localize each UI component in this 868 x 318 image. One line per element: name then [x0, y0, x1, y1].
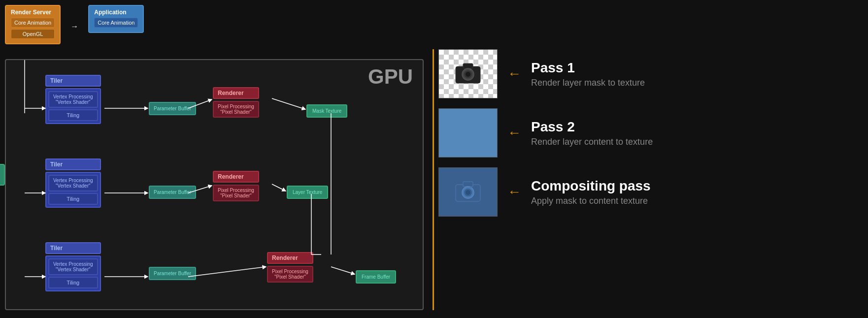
- tiler-2: Tiler Vertex Processing"Vertex Shader" T…: [45, 159, 101, 208]
- renderer-2: Renderer Pixel Processing"Pixel Shader": [213, 171, 259, 201]
- application-core-animation: Core Animation: [94, 18, 138, 28]
- svg-line-9: [188, 267, 266, 277]
- tiler2-tiling: Tiling: [48, 193, 98, 205]
- pass2-row: ← Pass 2 Render layer content to texture: [438, 108, 867, 158]
- renderer1-label: Renderer: [213, 87, 259, 99]
- cmd-buffer-label: Command Buffer: [0, 164, 5, 186]
- render-server-box: Render Server Core Animation OpenGL: [5, 5, 61, 44]
- render-server-core-animation: Core Animation: [11, 18, 55, 28]
- svg-rect-17: [463, 64, 473, 68]
- compositing-row: ← Compositing pass Apply mask to content…: [438, 167, 867, 217]
- renderer2-label: Renderer: [213, 171, 259, 183]
- tiler2-vertex: Vertex Processing"Vertex Shader": [48, 175, 98, 191]
- tiler2-vertex-shader: "Vertex Shader": [56, 183, 90, 189]
- tiler1-vertex-shader: "Vertex Shader": [56, 99, 90, 105]
- renderer3-label: Renderer: [267, 252, 313, 264]
- param-buffer-3: Parameter Buffer: [149, 267, 196, 280]
- compositing-title: Compositing pass: [531, 178, 651, 194]
- svg-line-11: [272, 184, 286, 191]
- param-buffer-1: Parameter Buffer: [149, 102, 196, 115]
- tiler3-vertex-shader: "Vertex Shader": [56, 267, 90, 272]
- pass1-arrow-icon: ←: [507, 66, 521, 82]
- svg-point-20: [466, 72, 470, 77]
- gpu-diagram: GPU Tiler Vertex Processing"Vertex Shade…: [5, 59, 424, 310]
- renderer-1: Renderer Pixel Processing"Pixel Shader": [213, 87, 259, 118]
- compositing-arrow-icon: ←: [507, 184, 521, 200]
- pass1-info: Pass 1 Render layer mask to texture: [531, 60, 645, 88]
- param-buffer-2: Parameter Buffer: [149, 186, 196, 199]
- tiler3-tiling: Tiling: [48, 277, 98, 288]
- renderer3-pixel: Pixel Processing"Pixel Shader": [267, 266, 313, 283]
- pass1-desc: Render layer mask to texture: [531, 78, 645, 88]
- tiler3-label: Tiler: [45, 242, 101, 254]
- renderer1-pixel: Pixel Processing"Pixel Shader": [213, 101, 259, 118]
- pass2-desc: Render layer content to texture: [531, 137, 653, 147]
- tiler1-vertex: Vertex Processing"Vertex Shader": [48, 91, 98, 108]
- pass2-title: Pass 2: [531, 119, 653, 135]
- svg-point-21: [469, 68, 471, 70]
- svg-point-27: [469, 187, 471, 189]
- svg-line-10: [272, 98, 305, 109]
- renderer-3: Renderer Pixel Processing"Pixel Shader": [267, 252, 313, 283]
- tiler-1: Tiler Vertex Processing"Vertex Shader" T…: [45, 75, 101, 124]
- svg-point-26: [466, 190, 470, 195]
- tiler3-vertex: Vertex Processing"Vertex Shader": [48, 258, 98, 275]
- pass1-thumbnail: [438, 49, 498, 98]
- renderer2-pixel: Pixel Processing"Pixel Shader": [213, 185, 259, 201]
- pass2-thumbnail: [438, 108, 498, 158]
- svg-line-12: [331, 267, 355, 274]
- compositing-info: Compositing pass Apply mask to content t…: [531, 178, 651, 206]
- gpu-label: GPU: [368, 65, 413, 89]
- render-server-title: Render Server: [11, 9, 55, 16]
- right-panel: ← Pass 1 Render layer mask to texture ← …: [438, 49, 867, 217]
- render-server-opengl: OpenGL: [11, 29, 55, 39]
- pass2-arrow-icon: ←: [507, 125, 521, 141]
- top-section: Render Server Core Animation OpenGL → Ap…: [5, 5, 144, 44]
- compositing-camera-icon: [453, 179, 483, 205]
- tiler1-label: Tiler: [45, 75, 101, 87]
- pass1-camera-icon: [453, 61, 483, 87]
- application-box: Application Core Animation: [88, 5, 144, 33]
- tiler2-label: Tiler: [45, 159, 101, 170]
- top-arrow: →: [70, 22, 78, 31]
- application-title: Application: [94, 9, 138, 16]
- compositing-desc: Apply mask to content texture: [531, 196, 651, 206]
- tiler-3: Tiler Vertex Processing"Vertex Shader" T…: [45, 242, 101, 291]
- pass1-row: ← Pass 1 Render layer mask to texture: [438, 49, 867, 98]
- compositing-thumbnail: [438, 167, 498, 217]
- output-frame-buffer: Frame Buffer: [356, 270, 396, 284]
- svg-rect-23: [463, 182, 473, 187]
- vertical-divider: [433, 49, 434, 310]
- pass2-info: Pass 2 Render layer content to texture: [531, 119, 653, 147]
- tiler1-tiling: Tiling: [48, 109, 98, 121]
- output-layer-texture: Layer Texture: [287, 186, 328, 199]
- output-mask-texture: Mask Texture: [306, 104, 347, 118]
- pass1-title: Pass 1: [531, 60, 645, 76]
